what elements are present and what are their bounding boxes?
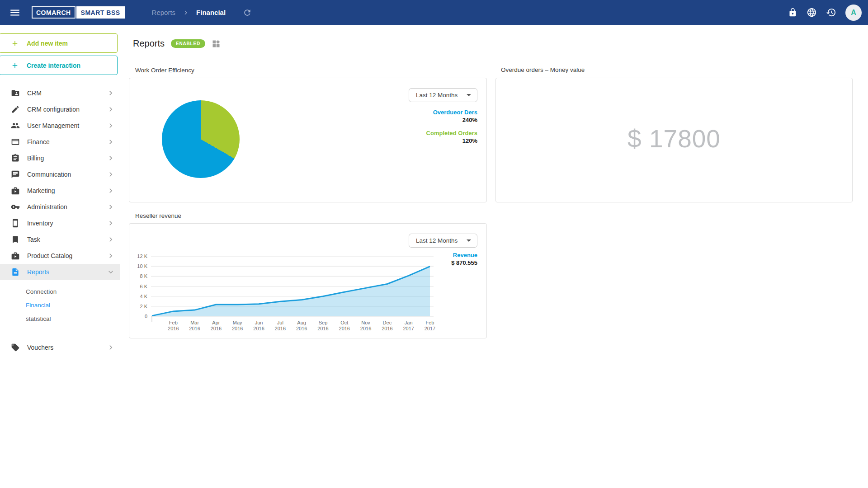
svg-text:Feb: Feb xyxy=(169,320,178,325)
work-order-pie xyxy=(162,100,240,178)
svg-text:Nov: Nov xyxy=(361,320,370,325)
work-order-card-title: Work Order Efficiency xyxy=(135,67,194,74)
svg-text:8 K: 8 K xyxy=(140,273,147,279)
svg-text:Oct: Oct xyxy=(340,320,348,325)
svg-text:Aug: Aug xyxy=(297,320,306,325)
legend-completed: Completed Orders 120% xyxy=(426,130,477,144)
svg-text:Mar: Mar xyxy=(190,320,199,325)
dropdown-value: Last 12 Months xyxy=(416,92,458,99)
logo-smart-bss: SMART BSS xyxy=(76,6,125,19)
breadcrumb-financial: Financial xyxy=(196,9,226,16)
legend-overdue: Overdueor Ders 240% xyxy=(426,109,477,123)
top-navbar: COMARCH SMART BSS Reports Financial A xyxy=(0,0,868,25)
logo-comarch: COMARCH xyxy=(32,6,75,19)
svg-text:2017: 2017 xyxy=(425,326,435,331)
svg-text:2016: 2016 xyxy=(360,326,371,331)
caret-down-icon xyxy=(467,94,471,96)
status-badge: ENABLED xyxy=(171,39,205,48)
avatar-initial: A xyxy=(851,9,856,17)
pie-legend-label: Completed Orders xyxy=(426,130,477,136)
work-order-legend: Overdueor Ders 240% Completed Orders 120… xyxy=(426,109,477,144)
svg-text:10 K: 10 K xyxy=(137,263,147,269)
svg-text:12 K: 12 K xyxy=(137,253,147,259)
svg-text:Dec: Dec xyxy=(383,320,392,325)
pie-legend-value: 120% xyxy=(426,137,477,144)
work-order-card: Last 12 Months Overdueor Ders 240% Compl… xyxy=(129,78,487,202)
revenue-legend: Revenue $ 870.555 xyxy=(451,252,477,266)
work-order-period-dropdown[interactable]: Last 12 Months xyxy=(409,88,477,102)
revenue-legend-total: $ 870.555 xyxy=(451,259,477,266)
svg-text:Apr: Apr xyxy=(212,320,220,325)
main-content: Reports ENABLED Work Order Efficiency La… xyxy=(0,25,868,488)
svg-text:Feb: Feb xyxy=(426,320,434,325)
breadcrumb: Reports Financial xyxy=(152,8,252,17)
svg-text:Jul: Jul xyxy=(277,320,283,325)
hamburger-menu-icon[interactable] xyxy=(8,6,22,19)
history-icon[interactable] xyxy=(826,7,836,18)
svg-text:May: May xyxy=(233,320,242,325)
lock-icon[interactable] xyxy=(788,8,797,17)
svg-text:2016: 2016 xyxy=(211,326,222,331)
svg-text:2017: 2017 xyxy=(403,326,414,331)
svg-text:2016: 2016 xyxy=(168,326,179,331)
breadcrumb-reports[interactable]: Reports xyxy=(152,9,176,16)
svg-text:0: 0 xyxy=(145,314,147,319)
svg-text:2016: 2016 xyxy=(275,326,286,331)
svg-text:2016: 2016 xyxy=(339,326,350,331)
svg-text:Sep: Sep xyxy=(319,320,328,325)
revenue-legend-name: Revenue xyxy=(451,252,477,258)
dropdown-value: Last 12 Months xyxy=(416,237,458,244)
pie-legend-label: Overdueor Ders xyxy=(426,109,477,116)
svg-text:Jun: Jun xyxy=(255,320,263,325)
svg-text:6 K: 6 K xyxy=(140,284,147,289)
pie-legend-value: 240% xyxy=(426,117,477,123)
reseller-card-title: Reseller revenue xyxy=(135,212,181,219)
dashboard-icon[interactable] xyxy=(212,39,221,48)
svg-text:2016: 2016 xyxy=(189,326,200,331)
svg-text:2016: 2016 xyxy=(232,326,243,331)
page-title-row: Reports ENABLED xyxy=(133,38,221,49)
overdue-card-title: Overdue orders – Money value xyxy=(501,66,585,73)
caret-down-icon xyxy=(467,239,471,242)
overdue-money-value: $ 17800 xyxy=(496,78,852,202)
globe-icon[interactable] xyxy=(807,7,817,18)
reseller-period-dropdown[interactable]: Last 12 Months xyxy=(409,234,477,248)
svg-text:Jan: Jan xyxy=(405,320,413,325)
refresh-icon[interactable] xyxy=(243,8,252,17)
overdue-money-card: $ 17800 xyxy=(495,78,853,202)
chevron-right-icon xyxy=(182,9,190,17)
navbar-right-cluster: A xyxy=(788,5,868,21)
svg-text:4 K: 4 K xyxy=(140,294,147,299)
user-avatar[interactable]: A xyxy=(845,5,862,21)
svg-text:2016: 2016 xyxy=(382,326,392,331)
svg-text:2016: 2016 xyxy=(317,326,328,331)
svg-text:2016: 2016 xyxy=(296,326,307,331)
svg-text:2 K: 2 K xyxy=(140,304,147,309)
svg-text:2016: 2016 xyxy=(253,326,264,331)
page-title: Reports xyxy=(133,38,165,49)
reseller-revenue-card: 12 K10 K8 K6 K4 K2 K0Feb2016Mar2016Apr20… xyxy=(129,223,487,338)
app-logo: COMARCH SMART BSS xyxy=(32,6,125,19)
